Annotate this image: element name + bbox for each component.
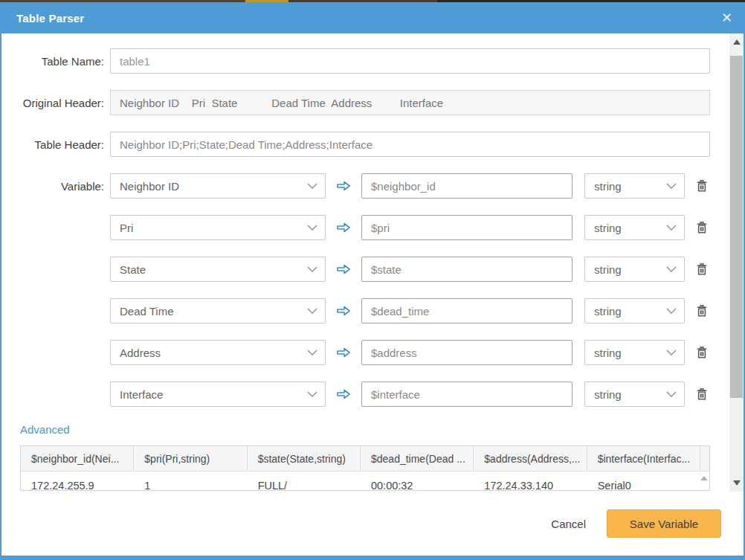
preview-table-scroll-gutter: [700, 446, 709, 471]
advanced-link[interactable]: Advanced: [20, 423, 70, 436]
arrow-right-icon: [335, 387, 352, 401]
chevron-down-icon: [307, 266, 317, 272]
type-select[interactable]: string: [584, 298, 685, 324]
table-name-label: Table Name:: [20, 55, 104, 68]
table-cell: FULL/: [248, 472, 361, 491]
variable-name-input[interactable]: [361, 382, 573, 407]
type-select-value: string: [594, 222, 622, 234]
column-select-value: Pri: [120, 222, 133, 234]
dialog-title: Table Parser: [16, 12, 84, 25]
variable-row: Pri string: [20, 215, 710, 240]
scroll-up-icon[interactable]: [733, 39, 741, 45]
table-parser-dialog: Table Parser ✕ Table Name: Original Head…: [0, 2, 745, 560]
table-header-label: Table Header:: [20, 138, 104, 151]
column-select[interactable]: Address: [110, 340, 326, 365]
column-select[interactable]: Neighbor ID: [110, 173, 326, 199]
preview-table-header-cell[interactable]: $pri(Pri,string): [134, 446, 247, 471]
table-header-input[interactable]: [110, 132, 710, 157]
variable-name-input[interactable]: [361, 298, 573, 324]
variable-label: Variable:: [20, 180, 104, 193]
table-cell: 172.24.255.9: [21, 472, 134, 491]
preview-table-header-cell[interactable]: $neighbor_id(Nei...: [21, 446, 134, 471]
preview-table-header-cell[interactable]: $dead_time(Dead ...: [361, 446, 474, 471]
type-select[interactable]: string: [584, 173, 685, 199]
arrow-right-icon: [335, 263, 352, 276]
preview-table: $neighbor_id(Nei... $pri(Pri,string) $st…: [20, 445, 710, 491]
close-icon[interactable]: ✕: [721, 11, 732, 25]
trash-icon[interactable]: [694, 221, 710, 234]
original-header-value: Neighbor ID Pri State Dead Time Address …: [110, 90, 710, 115]
table-name-input[interactable]: [110, 48, 710, 74]
variable-name-input[interactable]: [361, 215, 573, 240]
preview-table-header-cell[interactable]: $state(State,string): [248, 446, 361, 471]
chevron-down-icon: [666, 391, 677, 397]
original-header-label: Original Header:: [20, 97, 104, 109]
dialog-footer: Cancel Save Variable: [1, 492, 744, 556]
table-cell: Serial0: [587, 472, 700, 491]
arrow-right-icon: [335, 221, 352, 234]
column-select[interactable]: Dead Time: [110, 298, 326, 324]
preview-table-header-row: $neighbor_id(Nei... $pri(Pri,string) $st…: [21, 446, 709, 472]
scrollbar-thumb[interactable]: [730, 56, 743, 398]
preview-table-scrollbar[interactable]: [700, 472, 709, 491]
column-select[interactable]: Pri: [110, 215, 326, 240]
table-row: 172.24.255.9 1 FULL/ 00:00:32 172.24.33.…: [21, 472, 709, 491]
variable-name-input[interactable]: [361, 257, 573, 282]
arrow-right-icon: [335, 304, 352, 318]
variable-row: Interface string: [20, 382, 710, 407]
form-area: Table Name: Original Header: Neighbor ID…: [20, 48, 710, 491]
chevron-down-icon: [666, 350, 677, 355]
type-select-value: string: [594, 347, 622, 359]
trash-icon[interactable]: [694, 304, 710, 318]
variable-name-input[interactable]: [361, 340, 573, 365]
column-select[interactable]: State: [110, 257, 326, 282]
variable-row: Variable: Neighbor ID string: [20, 173, 710, 199]
chevron-down-icon: [666, 225, 677, 231]
preview-table-header-cell[interactable]: $interface(Interfac...: [587, 446, 700, 471]
dialog-titlebar: Table Parser ✕: [1, 2, 744, 33]
type-select[interactable]: string: [584, 215, 685, 240]
table-header-row: Table Header:: [20, 132, 710, 157]
cancel-button[interactable]: Cancel: [551, 518, 586, 530]
dialog-scrollbar[interactable]: [729, 33, 744, 492]
chevron-down-icon: [307, 350, 317, 355]
trash-icon[interactable]: [694, 387, 710, 401]
chevron-down-icon: [666, 308, 677, 314]
variable-name-input[interactable]: [361, 173, 573, 199]
chevron-down-icon: [307, 391, 317, 397]
arrow-right-icon: [335, 346, 352, 359]
trash-icon[interactable]: [694, 263, 710, 276]
chevron-down-icon: [307, 225, 317, 231]
scroll-down-icon[interactable]: [733, 480, 741, 486]
arrow-right-icon: [335, 179, 352, 193]
column-select-value: Address: [120, 347, 161, 359]
table-cell: 00:00:32: [361, 472, 474, 491]
type-select[interactable]: string: [584, 257, 685, 282]
column-select[interactable]: Interface: [110, 382, 326, 407]
variable-row: Address string: [20, 340, 710, 365]
table-cell: 172.24.33.140: [474, 472, 587, 491]
trash-icon[interactable]: [694, 346, 710, 359]
chevron-down-icon: [666, 266, 677, 272]
chevron-down-icon: [307, 183, 317, 189]
column-select-value: Dead Time: [120, 305, 174, 318]
dialog-content: Table Name: Original Header: Neighbor ID…: [1, 33, 744, 492]
table-name-row: Table Name:: [20, 48, 710, 74]
type-select[interactable]: string: [584, 382, 685, 407]
save-variable-button[interactable]: Save Variable: [607, 509, 721, 538]
type-select[interactable]: string: [584, 340, 685, 365]
chevron-down-icon: [666, 183, 677, 189]
variable-row: Dead Time string: [20, 298, 710, 324]
variable-row: State string: [20, 257, 710, 282]
preview-table-header-cell[interactable]: $address(Address,...: [474, 446, 587, 471]
type-select-value: string: [594, 180, 622, 193]
column-select-value: Neighbor ID: [120, 180, 179, 193]
type-select-value: string: [594, 263, 622, 276]
type-select-value: string: [594, 388, 622, 401]
trash-icon[interactable]: [694, 179, 710, 193]
table-cell: 1: [134, 472, 247, 491]
type-select-value: string: [594, 305, 622, 318]
scroll-up-icon[interactable]: [700, 476, 708, 480]
column-select-value: State: [120, 263, 146, 276]
original-header-row: Original Header: Neighbor ID Pri State D…: [20, 90, 710, 115]
